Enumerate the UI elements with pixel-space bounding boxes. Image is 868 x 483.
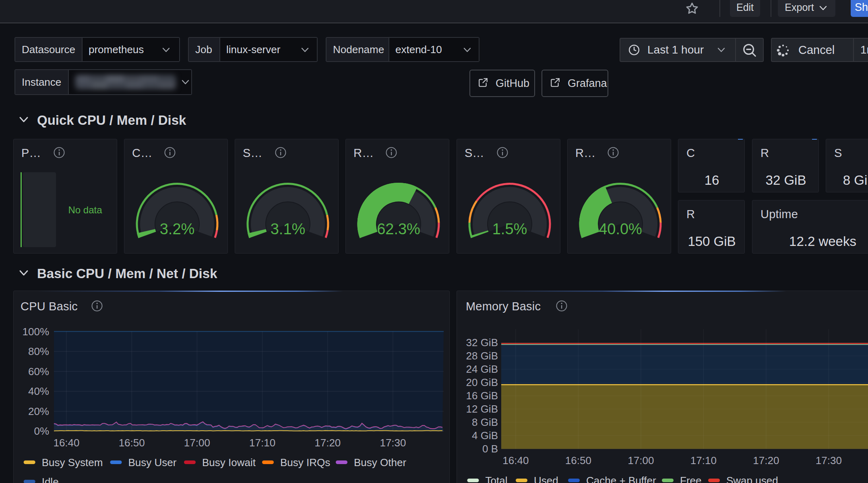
svg-text:17:20: 17:20 [753,454,779,466]
svg-text:0%: 0% [34,425,49,437]
svg-text:16 GiB: 16 GiB [466,390,498,402]
svg-text:12 GiB: 12 GiB [466,403,498,415]
svg-text:8 GiB: 8 GiB [472,416,498,428]
svg-text:3.1%: 3.1% [271,221,306,237]
svg-text:20%: 20% [28,405,49,417]
svg-text:Busy System: Busy System [42,456,103,469]
svg-text:0 B: 0 B [482,443,498,455]
svg-text:17:30: 17:30 [380,437,406,449]
svg-text:Free: Free [680,475,701,483]
svg-text:Swap used: Swap used [726,475,778,483]
svg-text:40%: 40% [28,385,49,397]
svg-text:1.5%: 1.5% [492,221,527,237]
svg-text:Busy Iowait: Busy Iowait [202,456,256,469]
svg-text:Busy IRQs: Busy IRQs [280,456,330,469]
svg-text:3.2%: 3.2% [160,221,195,237]
svg-text:20 GiB: 20 GiB [466,376,498,388]
svg-text:Busy User: Busy User [128,456,177,469]
svg-text:80%: 80% [28,345,49,357]
svg-text:Total: Total [486,475,508,483]
svg-text:17:30: 17:30 [816,454,842,466]
svg-text:62.3%: 62.3% [377,221,420,237]
svg-text:40.0%: 40.0% [599,221,642,237]
svg-text:Idle: Idle [42,476,59,483]
svg-text:4 GiB: 4 GiB [472,429,498,442]
svg-text:17:10: 17:10 [249,437,275,449]
svg-text:16:40: 16:40 [53,437,79,449]
svg-text:28 GiB: 28 GiB [466,350,498,362]
svg-text:Cache + Buffer: Cache + Buffer [586,475,656,483]
svg-text:17:00: 17:00 [628,454,654,466]
svg-text:16:40: 16:40 [502,454,529,466]
svg-text:24 GiB: 24 GiB [466,363,498,375]
svg-text:Busy Other: Busy Other [354,456,406,469]
svg-text:17:20: 17:20 [314,437,341,449]
svg-text:16:50: 16:50 [119,437,145,449]
svg-text:17:00: 17:00 [184,437,210,449]
svg-text:100%: 100% [23,326,50,338]
svg-text:60%: 60% [28,365,49,378]
svg-text:32 GiB: 32 GiB [466,336,498,349]
svg-text:17:10: 17:10 [690,454,717,466]
svg-text:Used: Used [534,475,558,483]
svg-text:16:50: 16:50 [565,454,591,466]
